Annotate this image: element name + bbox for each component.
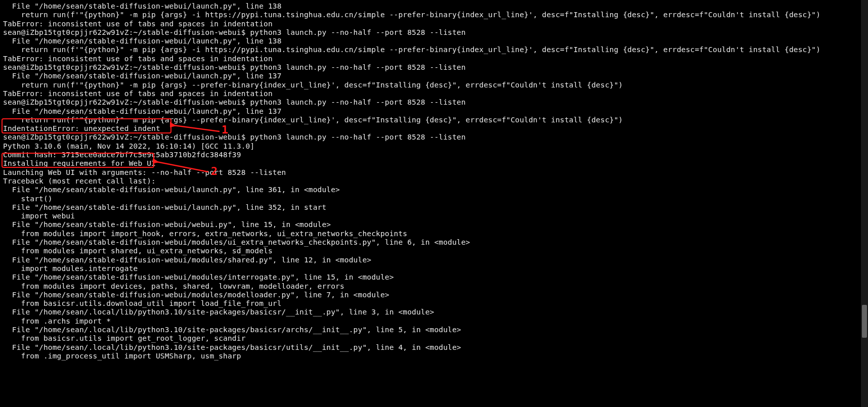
terminal-line: Launching Web UI with arguments: --no-ha… bbox=[3, 168, 868, 177]
terminal-line: Commit hash: 3715ece0adce7bf7c5e9c5ab371… bbox=[3, 151, 868, 159]
terminal-line: TabError: inconsistent use of tabs and s… bbox=[3, 20, 868, 28]
terminal-line: Traceback (most recent call last): bbox=[3, 177, 868, 186]
terminal-line: return run(f'"{python}" -m pip {args} -i… bbox=[3, 46, 868, 54]
terminal-line: sean@iZbp15tgt0cpjjr622w91vZ:~/stable-di… bbox=[3, 28, 868, 37]
terminal-line: from .archs import * bbox=[3, 317, 868, 326]
terminal-line: TabError: inconsistent use of tabs and s… bbox=[3, 55, 868, 63]
terminal-line: IndentationError: unexpected indent bbox=[3, 124, 868, 133]
terminal-line: File "/home/sean/.local/lib/python3.10/s… bbox=[3, 343, 868, 352]
terminal-line: Python 3.10.6 (main, Nov 14 2022, 16:10:… bbox=[3, 142, 868, 151]
terminal-line: File "/home/sean/.local/lib/python3.10/s… bbox=[3, 308, 868, 316]
terminal-line: return run(f'"{python}" -m pip {args} --… bbox=[3, 81, 868, 89]
terminal-line: sean@iZbp15tgt0cpjjr622w91vZ:~/stable-di… bbox=[3, 133, 868, 142]
scrollbar-track[interactable] bbox=[861, 0, 868, 407]
terminal-line: import webui bbox=[3, 212, 868, 220]
scrollbar-thumb[interactable] bbox=[862, 305, 867, 338]
terminal-line: File "/home/sean/stable-diffusion-webui/… bbox=[3, 238, 868, 247]
terminal-line: return run(f'"{python}" m pip {args} --p… bbox=[3, 116, 868, 124]
terminal-line: File "/home/sean/stable-diffusion-webui/… bbox=[3, 273, 868, 282]
terminal-line: from .img_process_util import USMSharp, … bbox=[3, 352, 868, 360]
terminal-line: start() bbox=[3, 195, 868, 203]
terminal-line: File "/home/sean/stable-diffusion-webui/… bbox=[3, 37, 868, 46]
terminal-line: from basicsr.utils.download_util import … bbox=[3, 299, 868, 308]
terminal-line: TabError: inconsistent use of tabs and s… bbox=[3, 89, 868, 98]
terminal-line: from modules import shared, ui_extra_net… bbox=[3, 247, 868, 255]
terminal-line: File "/home/sean/stable-diffusion-webui/… bbox=[3, 203, 868, 212]
terminal-line: return run(f'"{python}" -m pip {args} -i… bbox=[3, 11, 868, 19]
terminal-line: sean@iZbp15tgt0cpjjr622w91vZ:~/stable-di… bbox=[3, 98, 868, 107]
terminal-line: File "/home/sean/stable-diffusion-webui/… bbox=[3, 2, 868, 11]
terminal-output[interactable]: File "/home/sean/stable-diffusion-webui/… bbox=[3, 2, 868, 360]
terminal-line: File "/home/sean/stable-diffusion-webui/… bbox=[3, 220, 868, 229]
terminal-line: import modules.interrogate bbox=[3, 264, 868, 273]
terminal-line: File "/home/sean/.local/lib/python3.10/s… bbox=[3, 326, 868, 334]
terminal-line: Installing requirements for Web UI bbox=[3, 159, 868, 168]
terminal-line: from modules import import_hook, errors,… bbox=[3, 230, 868, 238]
terminal-line: File "/home/sean/stable-diffusion-webui/… bbox=[3, 256, 868, 264]
terminal-line: from modules import devices, paths, shar… bbox=[3, 282, 868, 291]
terminal-line: File "/home/sean/stable-diffusion-webui/… bbox=[3, 107, 868, 116]
terminal-line: File "/home/sean/stable-diffusion-webui/… bbox=[3, 291, 868, 299]
terminal-line: from basicsr.utils import get_root_logge… bbox=[3, 334, 868, 343]
terminal-line: File "/home/sean/stable-diffusion-webui/… bbox=[3, 186, 868, 194]
terminal-line: File "/home/sean/stable-diffusion-webui/… bbox=[3, 72, 868, 80]
terminal-line: sean@iZbp15tgt0cpjjr622w91vZ:~/stable-di… bbox=[3, 63, 868, 72]
